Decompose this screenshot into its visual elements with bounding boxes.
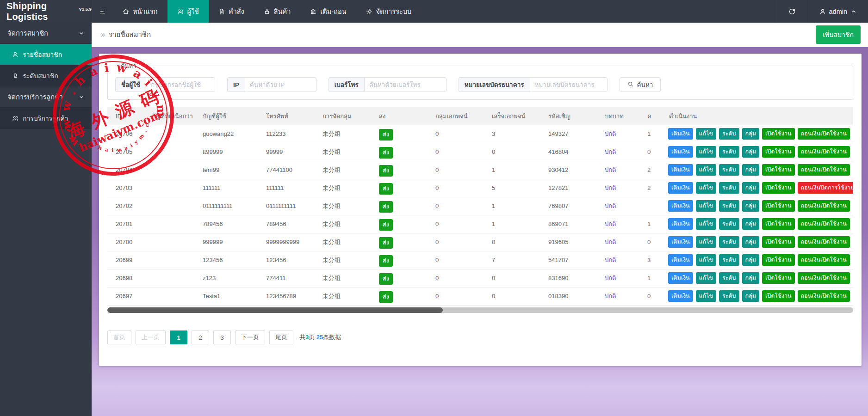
- level-button[interactable]: ระดับ: [719, 164, 739, 176]
- send-badge[interactable]: ส่ง: [379, 201, 393, 213]
- sidebar-group-0[interactable]: จัดการสมาชิก: [0, 23, 92, 44]
- group-button[interactable]: กลุ่ม: [742, 254, 759, 266]
- nav-item-home[interactable]: หน้าแรก: [113, 0, 167, 23]
- level-button[interactable]: ระดับ: [719, 236, 739, 248]
- edit-button[interactable]: แก้ไข: [696, 182, 716, 194]
- role-link[interactable]: ปกติ: [605, 275, 616, 281]
- add-member-button[interactable]: เพิ่มสมาชิก: [816, 25, 861, 44]
- bankcard-filter-input[interactable]: [530, 77, 608, 92]
- edit-button[interactable]: แก้ไข: [696, 236, 716, 248]
- recharge-button[interactable]: เติมเงิน: [668, 164, 693, 176]
- role-link[interactable]: ปกติ: [605, 202, 616, 209]
- level-button[interactable]: ระดับ: [719, 290, 739, 302]
- page-button-1[interactable]: 1: [170, 330, 187, 344]
- role-link[interactable]: ปกติ: [605, 293, 616, 300]
- search-button[interactable]: ค้นหา: [620, 77, 661, 92]
- level-button[interactable]: ระดับ: [719, 272, 739, 284]
- page-button-2[interactable]: 2: [192, 330, 209, 344]
- send-badge[interactable]: ส่ง: [379, 219, 393, 231]
- recharge-button[interactable]: เติมเงิน: [668, 128, 693, 140]
- phone-filter-input[interactable]: [364, 77, 446, 92]
- send-badge[interactable]: ส่ง: [379, 291, 393, 303]
- withdraw-toggle-button[interactable]: ถอนเงินเปิดใช้งาน: [798, 272, 850, 284]
- send-badge[interactable]: ส่ง: [379, 129, 393, 141]
- level-button[interactable]: ระดับ: [719, 128, 739, 140]
- horizontal-scrollbar-thumb[interactable]: [107, 307, 443, 313]
- send-badge[interactable]: ส่ง: [379, 273, 393, 285]
- page-button-3[interactable]: 3: [213, 330, 231, 344]
- withdraw-toggle-button[interactable]: ถอนเงินเปิดใช้งาน: [798, 164, 850, 176]
- edit-button[interactable]: แก้ไข: [696, 218, 716, 230]
- send-badge[interactable]: ส่ง: [379, 147, 393, 159]
- group-button[interactable]: กลุ่ม: [742, 164, 759, 176]
- recharge-button[interactable]: เติมเงิน: [668, 272, 693, 284]
- role-link[interactable]: ปกติ: [605, 257, 616, 263]
- role-link[interactable]: ปกติ: [605, 130, 616, 137]
- recharge-button[interactable]: เติมเงิน: [668, 236, 693, 248]
- withdraw-toggle-button[interactable]: ถอนเงินเปิดใช้งาน: [798, 290, 850, 302]
- group-button[interactable]: กลุ่ม: [742, 290, 759, 302]
- nav-item-lock[interactable]: สินค้า: [254, 0, 301, 23]
- nav-item-gears[interactable]: จัดการระบบ: [356, 0, 422, 23]
- group-button[interactable]: กลุ่ม: [742, 128, 759, 140]
- withdraw-toggle-button[interactable]: ถอนเงินเปิดใช้งาน: [798, 254, 850, 266]
- edit-button[interactable]: แก้ไข: [696, 254, 716, 266]
- sidebar-item[interactable]: ระดับสมาชิก: [0, 65, 92, 86]
- edit-button[interactable]: แก้ไข: [696, 272, 716, 284]
- page-button-尾页[interactable]: 尾页: [269, 330, 293, 344]
- recharge-button[interactable]: เติมเงิน: [668, 290, 693, 302]
- group-button[interactable]: กลุ่ม: [742, 236, 759, 248]
- sidebar-item[interactable]: การบริการลูกค้า: [0, 108, 92, 129]
- enable-button[interactable]: เปิดใช้งาน: [762, 146, 795, 158]
- enable-button[interactable]: เปิดใช้งาน: [762, 128, 795, 140]
- recharge-button[interactable]: เติมเงิน: [668, 218, 693, 230]
- role-link[interactable]: ปกติ: [605, 184, 616, 191]
- enable-button[interactable]: เปิดใช้งาน: [762, 254, 795, 266]
- level-button[interactable]: ระดับ: [719, 146, 739, 158]
- send-badge[interactable]: ส่ง: [379, 183, 393, 195]
- recharge-button[interactable]: เติมเงิน: [668, 146, 693, 158]
- edit-button[interactable]: แก้ไข: [696, 200, 716, 212]
- page-button-上一页[interactable]: 上一页: [136, 330, 166, 344]
- send-badge[interactable]: ส่ง: [379, 237, 393, 249]
- group-button[interactable]: กลุ่ม: [742, 146, 759, 158]
- enable-button[interactable]: เปิดใช้งาน: [762, 164, 795, 176]
- edit-button[interactable]: แก้ไข: [696, 146, 716, 158]
- recharge-button[interactable]: เติมเงิน: [668, 200, 693, 212]
- sidebar-toggle-button[interactable]: [92, 0, 113, 23]
- sidebar-group-1[interactable]: จัดการบริการลูกค้า: [0, 86, 92, 108]
- page-button-下一页[interactable]: 下一页: [235, 330, 265, 344]
- withdraw-toggle-button[interactable]: ถอนเงินเปิดใช้งาน: [798, 236, 850, 248]
- enable-button[interactable]: เปิดใช้งาน: [762, 182, 795, 194]
- enable-button[interactable]: เปิดใช้งาน: [762, 236, 795, 248]
- enable-button[interactable]: เปิดใช้งาน: [762, 218, 795, 230]
- withdraw-toggle-button[interactable]: ถอนเงินเปิดใช้งาน: [798, 146, 850, 158]
- sidebar-item[interactable]: รายชื่อสมาชิก: [0, 44, 92, 65]
- level-button[interactable]: ระดับ: [719, 218, 739, 230]
- edit-button[interactable]: แก้ไข: [696, 128, 716, 140]
- withdraw-toggle-button[interactable]: ถอนเงินเปิดใช้งาน: [798, 218, 850, 230]
- edit-button[interactable]: แก้ไข: [696, 290, 716, 302]
- withdraw-toggle-button[interactable]: ถอนเงินปิดการใช้งาน: [798, 182, 853, 194]
- horizontal-scrollbar-track[interactable]: [107, 307, 853, 313]
- page-button-首页[interactable]: 首页: [107, 330, 131, 344]
- nav-item-bank[interactable]: เติม-ถอน: [300, 0, 356, 23]
- send-badge[interactable]: ส่ง: [379, 165, 393, 177]
- role-link[interactable]: ปกติ: [605, 148, 616, 155]
- ip-filter-input[interactable]: [245, 77, 316, 92]
- role-link[interactable]: ปกติ: [605, 220, 616, 227]
- withdraw-toggle-button[interactable]: ถอนเงินเปิดใช้งาน: [798, 128, 850, 140]
- nav-item-file[interactable]: คำสั่ง: [209, 0, 254, 23]
- group-button[interactable]: กลุ่ม: [742, 182, 759, 194]
- role-link[interactable]: ปกติ: [605, 166, 616, 173]
- refresh-button[interactable]: [776, 0, 808, 23]
- group-button[interactable]: กลุ่ม: [742, 218, 759, 230]
- recharge-button[interactable]: เติมเงิน: [668, 182, 693, 194]
- edit-button[interactable]: แก้ไข: [696, 164, 716, 176]
- level-button[interactable]: ระดับ: [719, 254, 739, 266]
- enable-button[interactable]: เปิดใช้งาน: [762, 272, 795, 284]
- enable-button[interactable]: เปิดใช้งาน: [762, 290, 795, 302]
- withdraw-toggle-button[interactable]: ถอนเงินเปิดใช้งาน: [798, 200, 850, 212]
- user-menu[interactable]: admin: [808, 0, 868, 23]
- group-button[interactable]: กลุ่ม: [742, 200, 759, 212]
